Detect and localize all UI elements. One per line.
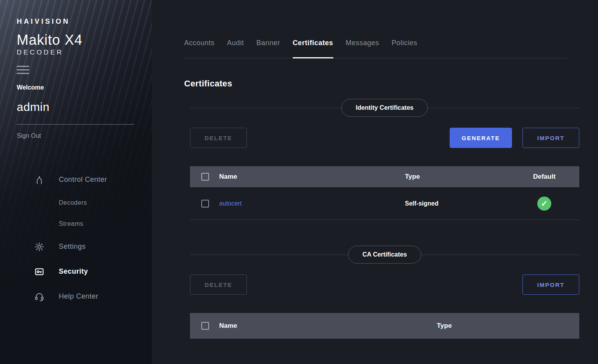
ca-certificates-table: Name Type bbox=[190, 313, 579, 339]
main-content: Accounts Audit Banner Certificates Messa… bbox=[152, 0, 598, 364]
identity-generate-button[interactable]: GENERATE bbox=[450, 128, 512, 148]
row-checkbox[interactable] bbox=[201, 200, 209, 207]
sign-out-link[interactable]: Sign Out bbox=[17, 132, 41, 139]
ca-delete-button[interactable]: DELETE bbox=[190, 274, 247, 295]
ca-table-header: Name Type bbox=[190, 313, 579, 339]
headset-icon bbox=[34, 292, 46, 302]
page-title: Certificates bbox=[184, 79, 579, 89]
user-divider bbox=[17, 124, 134, 125]
sidebar-item-label: Control Center bbox=[59, 176, 107, 184]
sidebar-item-label: Streams bbox=[59, 220, 83, 227]
default-check-icon bbox=[537, 197, 551, 211]
column-header-type: Type bbox=[405, 173, 509, 181]
column-header-type: Type bbox=[437, 322, 579, 330]
tab-policies[interactable]: Policies bbox=[392, 39, 417, 58]
tab-bar: Accounts Audit Banner Certificates Messa… bbox=[184, 39, 567, 58]
identity-delete-button[interactable]: DELETE bbox=[190, 128, 247, 148]
product-type: DECODER bbox=[17, 49, 134, 56]
sidebar: HAIVISION Makito X4 DECODER Welcome admi… bbox=[0, 0, 152, 364]
column-header-name: Name bbox=[219, 322, 437, 330]
sidebar-item-help-center[interactable]: Help Center bbox=[17, 284, 134, 309]
security-icon bbox=[34, 267, 46, 277]
tab-messages[interactable]: Messages bbox=[346, 39, 379, 58]
tab-certificates[interactable]: Certificates bbox=[293, 39, 333, 58]
sidebar-item-label: Security bbox=[59, 267, 88, 276]
certificate-type: Self-signed bbox=[405, 200, 509, 207]
identity-certificates-section: Identity Certificates DELETE GENERATE IM… bbox=[190, 99, 579, 339]
gear-icon bbox=[34, 242, 46, 252]
sidebar-item-label: Help Center bbox=[59, 292, 98, 301]
column-header-name: Name bbox=[219, 173, 405, 181]
control-center-icon bbox=[34, 175, 46, 185]
sidebar-item-control-center[interactable]: Control Center bbox=[17, 167, 134, 192]
sidebar-item-streams[interactable]: Streams bbox=[17, 213, 134, 234]
ca-import-button[interactable]: IMPORT bbox=[522, 274, 579, 295]
ca-actions: DELETE IMPORT bbox=[190, 274, 579, 295]
tab-accounts[interactable]: Accounts bbox=[184, 39, 215, 58]
table-row: autocert Self-signed bbox=[190, 187, 579, 220]
haivision-logo: HAIVISION bbox=[17, 18, 134, 26]
column-header-default: Default bbox=[509, 173, 579, 181]
identity-section-title: Identity Certificates bbox=[341, 99, 428, 117]
sidebar-nav: Control Center Decoders Streams Settings bbox=[17, 167, 134, 309]
tab-banner[interactable]: Banner bbox=[257, 39, 280, 58]
certificate-name-link[interactable]: autocert bbox=[219, 200, 242, 207]
ca-select-all-checkbox[interactable] bbox=[201, 322, 209, 330]
ca-section-divider: CA Certificates bbox=[190, 246, 579, 264]
identity-select-all-checkbox[interactable] bbox=[201, 173, 209, 181]
sidebar-item-security[interactable]: Security bbox=[17, 259, 134, 284]
welcome-label: Welcome bbox=[17, 84, 134, 91]
identity-actions: DELETE GENERATE IMPORT bbox=[190, 128, 579, 148]
ca-section-title: CA Certificates bbox=[348, 246, 421, 264]
identity-import-button[interactable]: IMPORT bbox=[522, 128, 579, 148]
sidebar-item-label: Settings bbox=[59, 243, 86, 251]
identity-certificates-table: Name Type Default autocert Self-signed bbox=[190, 166, 579, 220]
hamburger-menu-icon[interactable] bbox=[17, 66, 29, 74]
username: admin bbox=[17, 100, 134, 114]
tab-audit[interactable]: Audit bbox=[227, 39, 244, 58]
sidebar-item-label: Decoders bbox=[59, 199, 87, 206]
identity-section-divider: Identity Certificates bbox=[190, 99, 579, 117]
sidebar-item-settings[interactable]: Settings bbox=[17, 234, 134, 259]
product-name: Makito X4 bbox=[17, 33, 134, 47]
identity-table-header: Name Type Default bbox=[190, 166, 579, 187]
sidebar-item-decoders[interactable]: Decoders bbox=[17, 192, 134, 213]
